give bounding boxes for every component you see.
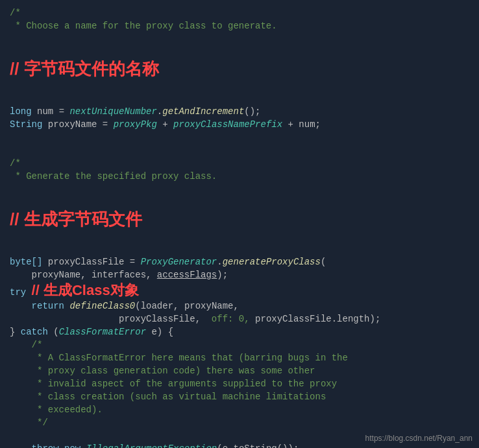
code-line: */ bbox=[10, 416, 469, 429]
code-line: * exceeded). bbox=[10, 403, 469, 416]
code-line: byte[] proxyClassFile = ProxyGenerator.g… bbox=[10, 255, 469, 268]
code-line bbox=[10, 131, 469, 144]
code-line: /* bbox=[10, 338, 469, 351]
code-line: * A ClassFormatError here means that (ba… bbox=[10, 351, 469, 364]
watermark: https://blog.csdn.net/Ryan_ann bbox=[365, 434, 473, 443]
code-line: throw new IllegalArgumentException(e.toS… bbox=[10, 442, 469, 448]
code-line: proxyName, interfaces, accessFlags); bbox=[10, 268, 469, 281]
code-line: * proxy class generation code) there was… bbox=[10, 364, 469, 377]
code-editor: /* * Choose a name for the proxy class t… bbox=[0, 0, 479, 448]
annotation-line: try // 生成Class对象 bbox=[10, 281, 469, 300]
code-line: return defineClass0(loader, proxyName, bbox=[10, 300, 469, 312]
code-line bbox=[10, 144, 469, 157]
code-line: * class creation (such as virtual machin… bbox=[10, 390, 469, 403]
annotation-line: // 生成字节码文件 bbox=[10, 183, 469, 255]
code-line: * Choose a name for the proxy class to g… bbox=[10, 19, 469, 32]
annotation-text: // 生成字节码文件 bbox=[10, 209, 469, 230]
annotation-line: // 字节码文件的名称 bbox=[10, 32, 469, 105]
code-line: /* bbox=[10, 157, 469, 170]
code-line: String proxyName = proxyPkg + proxyClass… bbox=[10, 118, 469, 131]
code-line: } catch (ClassFormatError e) { bbox=[10, 325, 469, 338]
code-line: long num = nextUniqueNumber.getAndIncrem… bbox=[10, 105, 469, 118]
code-line: proxyClassFile, off: 0, proxyClassFile.l… bbox=[10, 312, 469, 325]
code-line: * Generate the specified proxy class. bbox=[10, 170, 469, 183]
code-line: /* bbox=[10, 6, 469, 19]
annotation-text: // 字节码文件的名称 bbox=[10, 58, 469, 79]
code-line: * invalid aspect of the arguments suppli… bbox=[10, 377, 469, 390]
